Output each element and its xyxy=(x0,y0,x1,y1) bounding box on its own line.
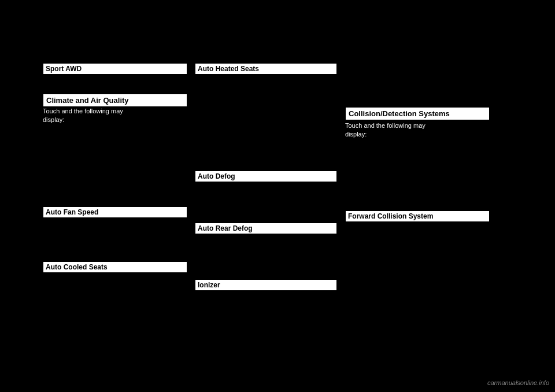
climate-air-quality-header: Climate and Air Quality xyxy=(43,94,187,107)
auto-heated-seats-label: Auto Heated Seats xyxy=(195,63,337,75)
auto-fan-speed-label: Auto Fan Speed xyxy=(43,206,187,218)
touch-following-text-1: Touch and the following maydisplay: xyxy=(43,107,187,125)
sport-awd-label: Sport AWD xyxy=(43,63,187,75)
ionizer-label: Ionizer xyxy=(195,279,337,291)
page-content: Sport AWD Auto Heated Seats Climate and … xyxy=(0,0,555,392)
auto-cooled-seats-label: Auto Cooled Seats xyxy=(43,261,187,273)
auto-defog-label: Auto Defog xyxy=(195,171,337,182)
auto-rear-defog-label: Auto Rear Defog xyxy=(195,223,337,234)
forward-collision-label: Forward Collision System xyxy=(345,210,490,222)
collision-detection-header: Collision/Detection Systems xyxy=(345,107,490,120)
watermark: carmanualsonline.info xyxy=(487,379,549,386)
touch-following-text-2: Touch and the following maydisplay: xyxy=(345,121,490,139)
